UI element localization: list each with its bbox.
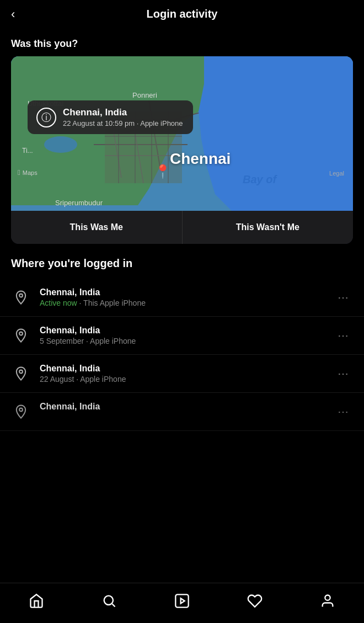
- login-item: Chennai, India Active now · This Apple i…: [0, 279, 364, 317]
- more-options-button[interactable]: ⋯: [333, 327, 353, 344]
- more-options-button[interactable]: ⋯: [333, 365, 353, 382]
- map-action-buttons: This Was Me This Wasn't Me: [11, 211, 353, 244]
- more-options-button[interactable]: ⋯: [333, 403, 353, 420]
- map-city-label: Chennai: [170, 150, 231, 168]
- profile-nav-icon[interactable]: [314, 590, 341, 612]
- svg-point-10: [19, 408, 23, 412]
- maps-logo:  Maps: [18, 168, 38, 177]
- login-location: Chennai, India: [40, 402, 324, 412]
- location-pin-icon: [11, 290, 31, 305]
- bottom-nav: [0, 583, 364, 623]
- login-location: Chennai, India: [40, 287, 324, 297]
- reels-nav-icon[interactable]: [168, 590, 196, 612]
- apple-icon: : [18, 168, 20, 177]
- map-card: Bay of Uthukkottai Ponneri Ti... Sriperu…: [11, 56, 353, 244]
- header: ‹ Login activity: [0, 0, 364, 28]
- search-nav-icon[interactable]: [95, 590, 123, 612]
- logged-in-section: Where you're logged in: [0, 244, 364, 279]
- svg-point-7: [19, 294, 23, 297]
- this-wasnt-me-button[interactable]: This Wasn't Me: [183, 211, 354, 244]
- more-options-button[interactable]: ⋯: [333, 289, 353, 306]
- map-popup: ⓘ Chennai, India 22 August at 10:59 pm ·…: [28, 100, 193, 134]
- svg-text:Bay of: Bay of: [243, 173, 277, 185]
- popup-info: Chennai, India 22 August at 10:59 pm · A…: [63, 107, 183, 127]
- page-title: Login activity: [147, 8, 218, 20]
- location-pin-icon: [11, 404, 31, 419]
- map-background: Bay of Uthukkottai Ponneri Ti... Sriperu…: [11, 56, 353, 211]
- svg-point-14: [325, 595, 330, 600]
- login-item: Chennai, India 22 August · Apple iPhone …: [0, 393, 364, 431]
- login-detail: 22 August · Apple iPhone: [40, 375, 324, 384]
- login-detail: Active now · This Apple iPhone: [40, 299, 324, 307]
- login-location: Chennai, India: [40, 326, 324, 336]
- popup-location: Chennai, India: [63, 107, 183, 118]
- svg-point-9: [19, 370, 23, 374]
- map-card-container: Bay of Uthukkottai Ponneri Ti... Sriperu…: [0, 56, 364, 244]
- svg-point-2: [44, 136, 77, 153]
- login-info: Chennai, India 22 August · Apple iPhone: [40, 402, 324, 422]
- login-info: Chennai, India 22 August · Apple iPhone: [40, 364, 324, 384]
- svg-point-11: [104, 596, 113, 605]
- svg-text:Sriperumbudur: Sriperumbudur: [55, 199, 103, 207]
- login-item: Chennai, India 22 August · Apple iPhone …: [0, 355, 364, 393]
- popup-detail: 22 August at 10:59 pm · Apple iPhone: [63, 119, 183, 127]
- svg-rect-13: [175, 594, 188, 607]
- login-info: Chennai, India Active now · This Apple i…: [40, 287, 324, 307]
- location-pin-icon: [11, 328, 31, 343]
- login-location: Chennai, India: [40, 364, 324, 374]
- back-button[interactable]: ‹: [11, 7, 15, 22]
- map-legal-text: Legal: [329, 170, 344, 177]
- svg-text:Ponneri: Ponneri: [132, 91, 157, 99]
- heart-nav-icon[interactable]: [241, 590, 269, 612]
- svg-text:Ti...: Ti...: [22, 147, 33, 155]
- active-status: Active now: [40, 299, 77, 307]
- login-device: · This Apple iPhone: [77, 299, 146, 307]
- location-pin-icon: [11, 366, 31, 381]
- was-this-you-label: Was this you?: [0, 28, 364, 56]
- logged-in-title: Where you're logged in: [11, 257, 353, 270]
- svg-point-8: [19, 332, 23, 336]
- svg-line-12: [112, 604, 115, 606]
- map-pin-icon: 📍: [154, 164, 171, 179]
- login-info: Chennai, India 5 September · Apple iPhon…: [40, 326, 324, 345]
- login-item: Chennai, India 5 September · Apple iPhon…: [0, 317, 364, 355]
- popup-alert-icon: ⓘ: [36, 108, 56, 127]
- login-detail: 5 September · Apple iPhone: [40, 337, 324, 345]
- home-nav-icon[interactable]: [23, 590, 50, 612]
- this-was-me-button[interactable]: This Was Me: [11, 211, 183, 244]
